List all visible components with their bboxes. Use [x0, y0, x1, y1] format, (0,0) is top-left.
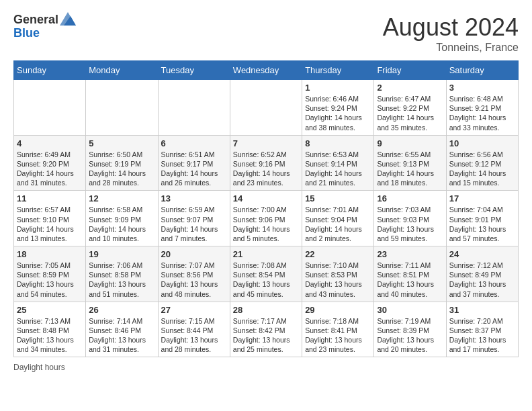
- calendar-day-header: Monday: [86, 61, 158, 80]
- calendar-cell: 1Sunrise: 6:46 AMSunset: 9:24 PMDaylight…: [302, 80, 374, 136]
- day-info: Sunrise: 7:03 AMSunset: 9:03 PMDaylight:…: [377, 205, 443, 243]
- day-info: Sunrise: 6:52 AMSunset: 9:16 PMDaylight:…: [233, 150, 299, 188]
- day-number: 10: [449, 138, 515, 148]
- day-number: 27: [161, 305, 227, 315]
- calendar-header-row: SundayMondayTuesdayWednesdayThursdayFrid…: [14, 61, 519, 80]
- day-number: 11: [17, 193, 83, 203]
- day-number: 22: [305, 249, 371, 259]
- calendar-cell: [158, 80, 230, 136]
- day-info: Sunrise: 6:58 AMSunset: 9:09 PMDaylight:…: [89, 205, 154, 243]
- day-info: Sunrise: 7:13 AMSunset: 8:48 PMDaylight:…: [17, 316, 83, 355]
- day-info: Sunrise: 6:59 AMSunset: 9:07 PMDaylight:…: [161, 205, 227, 243]
- day-info: Sunrise: 7:18 AMSunset: 8:41 PMDaylight:…: [305, 316, 371, 355]
- calendar-week-row: 11Sunrise: 6:57 AMSunset: 9:10 PMDayligh…: [14, 191, 519, 246]
- day-info: Sunrise: 6:50 AMSunset: 9:19 PMDaylight:…: [89, 150, 154, 188]
- day-info: Sunrise: 7:05 AMSunset: 8:59 PMDaylight:…: [17, 261, 83, 299]
- page-header: General Blue August 2024 Tonneins, Franc…: [13, 13, 519, 54]
- day-number: 28: [233, 305, 299, 315]
- day-number: 26: [89, 305, 154, 315]
- day-number: 15: [305, 193, 371, 203]
- calendar-cell: 31Sunrise: 7:20 AMSunset: 8:37 PMDayligh…: [446, 302, 518, 357]
- day-number: 18: [17, 249, 83, 259]
- calendar-day-header: Tuesday: [158, 61, 230, 80]
- calendar-cell: 28Sunrise: 7:17 AMSunset: 8:42 PMDayligh…: [230, 302, 302, 357]
- day-number: 2: [377, 83, 443, 93]
- calendar-cell: 4Sunrise: 6:49 AMSunset: 9:20 PMDaylight…: [14, 135, 86, 191]
- day-info: Sunrise: 7:19 AMSunset: 8:39 PMDaylight:…: [377, 316, 443, 355]
- title-block: August 2024 Tonneins, France: [383, 13, 519, 54]
- calendar-cell: 24Sunrise: 7:12 AMSunset: 8:49 PMDayligh…: [446, 246, 518, 302]
- calendar-cell: 3Sunrise: 6:48 AMSunset: 9:21 PMDaylight…: [446, 80, 518, 136]
- day-number: 31: [449, 305, 515, 315]
- day-info: Sunrise: 7:10 AMSunset: 8:53 PMDaylight:…: [305, 261, 371, 299]
- day-info: Sunrise: 6:46 AMSunset: 9:24 PMDaylight:…: [305, 94, 371, 132]
- day-number: 19: [89, 249, 154, 259]
- day-number: 12: [89, 193, 154, 203]
- calendar-cell: 5Sunrise: 6:50 AMSunset: 9:19 PMDaylight…: [86, 135, 158, 191]
- calendar-table: SundayMondayTuesdayWednesdayThursdayFrid…: [13, 60, 519, 357]
- day-number: 8: [305, 138, 371, 148]
- logo-text: General Blue: [13, 13, 76, 40]
- day-number: 7: [233, 138, 299, 148]
- calendar-cell: 25Sunrise: 7:13 AMSunset: 8:48 PMDayligh…: [14, 302, 86, 357]
- calendar-week-row: 1Sunrise: 6:46 AMSunset: 9:24 PMDaylight…: [14, 80, 519, 136]
- day-number: 14: [233, 193, 299, 203]
- month-year-title: August 2024: [383, 13, 519, 42]
- footer-note: Daylight hours: [13, 363, 519, 372]
- calendar-day-header: Wednesday: [230, 61, 302, 80]
- calendar-day-header: Saturday: [446, 61, 518, 80]
- day-info: Sunrise: 6:48 AMSunset: 9:21 PMDaylight:…: [449, 94, 515, 132]
- day-info: Sunrise: 6:57 AMSunset: 9:10 PMDaylight:…: [17, 205, 83, 243]
- calendar-cell: 29Sunrise: 7:18 AMSunset: 8:41 PMDayligh…: [302, 302, 374, 357]
- logo-icon: [60, 11, 76, 27]
- day-info: Sunrise: 7:01 AMSunset: 9:04 PMDaylight:…: [305, 205, 371, 243]
- day-number: 6: [161, 138, 227, 148]
- calendar-cell: 23Sunrise: 7:11 AMSunset: 8:51 PMDayligh…: [374, 246, 446, 302]
- day-info: Sunrise: 7:20 AMSunset: 8:37 PMDaylight:…: [449, 316, 515, 355]
- calendar-cell: 7Sunrise: 6:52 AMSunset: 9:16 PMDaylight…: [230, 135, 302, 191]
- day-number: 4: [17, 138, 83, 148]
- logo-general-text: General: [13, 13, 58, 27]
- calendar-cell: 17Sunrise: 7:04 AMSunset: 9:01 PMDayligh…: [446, 191, 518, 246]
- calendar-cell: 9Sunrise: 6:55 AMSunset: 9:13 PMDaylight…: [374, 135, 446, 191]
- day-number: 16: [377, 193, 443, 203]
- day-number: 9: [377, 138, 443, 148]
- day-number: 20: [161, 249, 227, 259]
- calendar-cell: [14, 80, 86, 136]
- day-info: Sunrise: 6:49 AMSunset: 9:20 PMDaylight:…: [17, 150, 83, 188]
- calendar-cell: 16Sunrise: 7:03 AMSunset: 9:03 PMDayligh…: [374, 191, 446, 246]
- calendar-cell: 21Sunrise: 7:08 AMSunset: 8:54 PMDayligh…: [230, 246, 302, 302]
- day-info: Sunrise: 7:08 AMSunset: 8:54 PMDaylight:…: [233, 261, 299, 299]
- calendar-cell: 27Sunrise: 7:15 AMSunset: 8:44 PMDayligh…: [158, 302, 230, 357]
- day-number: 29: [305, 305, 371, 315]
- calendar-week-row: 4Sunrise: 6:49 AMSunset: 9:20 PMDaylight…: [14, 135, 519, 191]
- calendar-cell: 12Sunrise: 6:58 AMSunset: 9:09 PMDayligh…: [86, 191, 158, 246]
- day-number: 13: [161, 193, 227, 203]
- calendar-cell: 19Sunrise: 7:06 AMSunset: 8:58 PMDayligh…: [86, 246, 158, 302]
- calendar-cell: 2Sunrise: 6:47 AMSunset: 9:22 PMDaylight…: [374, 80, 446, 136]
- calendar-week-row: 25Sunrise: 7:13 AMSunset: 8:48 PMDayligh…: [14, 302, 519, 357]
- day-info: Sunrise: 6:47 AMSunset: 9:22 PMDaylight:…: [377, 94, 443, 132]
- day-info: Sunrise: 7:07 AMSunset: 8:56 PMDaylight:…: [161, 261, 227, 299]
- day-info: Sunrise: 6:56 AMSunset: 9:12 PMDaylight:…: [449, 150, 515, 188]
- day-number: 1: [305, 83, 371, 93]
- logo: General Blue: [13, 13, 76, 40]
- day-number: 17: [449, 193, 515, 203]
- calendar-cell: [86, 80, 158, 136]
- day-info: Sunrise: 6:53 AMSunset: 9:14 PMDaylight:…: [305, 150, 371, 188]
- location-subtitle: Tonneins, France: [383, 42, 519, 54]
- calendar-cell: 6Sunrise: 6:51 AMSunset: 9:17 PMDaylight…: [158, 135, 230, 191]
- day-info: Sunrise: 7:17 AMSunset: 8:42 PMDaylight:…: [233, 316, 299, 355]
- day-number: 30: [377, 305, 443, 315]
- calendar-cell: 11Sunrise: 6:57 AMSunset: 9:10 PMDayligh…: [14, 191, 86, 246]
- calendar-cell: 13Sunrise: 6:59 AMSunset: 9:07 PMDayligh…: [158, 191, 230, 246]
- calendar-cell: 14Sunrise: 7:00 AMSunset: 9:06 PMDayligh…: [230, 191, 302, 246]
- day-info: Sunrise: 7:11 AMSunset: 8:51 PMDaylight:…: [377, 261, 443, 299]
- day-number: 23: [377, 249, 443, 259]
- day-number: 25: [17, 305, 83, 315]
- day-info: Sunrise: 7:00 AMSunset: 9:06 PMDaylight:…: [233, 205, 299, 243]
- calendar-cell: 26Sunrise: 7:14 AMSunset: 8:46 PMDayligh…: [86, 302, 158, 357]
- calendar-day-header: Thursday: [302, 61, 374, 80]
- day-info: Sunrise: 7:04 AMSunset: 9:01 PMDaylight:…: [449, 205, 515, 243]
- calendar-day-header: Sunday: [14, 61, 86, 80]
